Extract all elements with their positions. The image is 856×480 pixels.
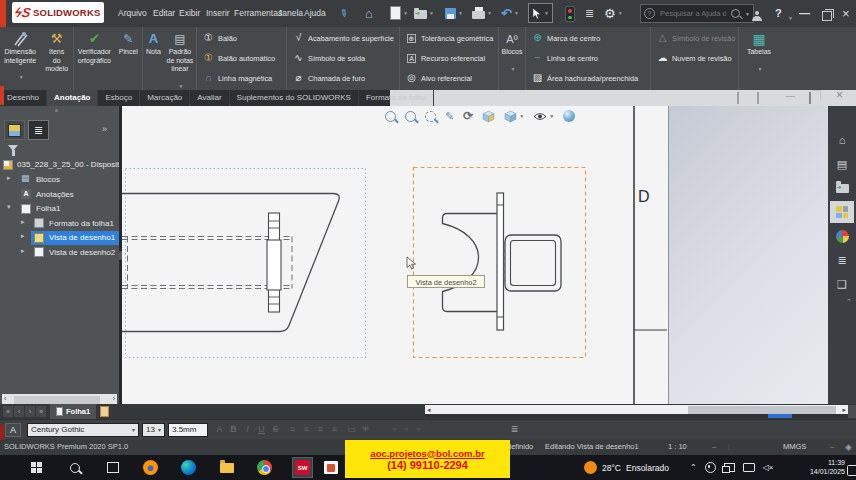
tab-esboco[interactable]: Esboço: [98, 90, 140, 106]
tree-item-formato-da-folha1[interactable]: ▸ Formato da folha1: [0, 217, 119, 231]
weather-widget[interactable]: 28°C Ensolarado: [584, 455, 669, 480]
rebuild-traffic-light-icon[interactable]: [565, 6, 575, 22]
powerpoint-icon[interactable]: [322, 459, 339, 476]
ribbon-revision-cloud[interactable]: ☁Nuvem de revisão: [656, 51, 734, 65]
tab-anotacao[interactable]: Anotação: [47, 90, 98, 106]
pane-next-icon[interactable]: [757, 93, 759, 103]
child-restore-button[interactable]: [809, 93, 811, 103]
bold-button[interactable]: B: [227, 423, 240, 436]
tab-desenho[interactable]: Desenho: [0, 90, 47, 106]
font-color-button[interactable]: A: [213, 423, 226, 436]
ribbon-hatch-area[interactable]: ▨Área hachurada/preenchida: [531, 71, 646, 85]
close-button[interactable]: ×: [842, 5, 850, 21]
tab-suplementos[interactable]: Suplementos do SOLIDWORKS: [230, 90, 359, 106]
pane-previous-icon[interactable]: [737, 93, 739, 103]
tree-item-blocos[interactable]: ▸ ▦ Blocos: [0, 173, 119, 187]
tag-icon[interactable]: ◈: [845, 439, 852, 455]
tab-marcacao[interactable]: Marcação: [140, 90, 190, 106]
firefox-icon[interactable]: [142, 459, 159, 476]
start-button[interactable]: [28, 459, 45, 476]
ribbon-note[interactable]: A Nota: [143, 29, 164, 57]
help-search-box[interactable]: ? ▼: [640, 4, 754, 23]
screen-record-icon[interactable]: [705, 462, 716, 473]
zoom-to-fit-icon[interactable]: [385, 111, 396, 122]
ribbon-smart-dimension[interactable]: Dimensão inteligente ▼: [0, 29, 40, 83]
ribbon-magnetic-line[interactable]: ∩Linha magnética: [202, 71, 282, 85]
panel-grip[interactable]: [55, 109, 58, 112]
collapse-arrow-icon[interactable]: ▾: [7, 203, 11, 211]
search-input[interactable]: [658, 8, 728, 19]
drawing-sheet-canvas[interactable]: [122, 106, 856, 404]
taskpane-appearances-icon[interactable]: [830, 225, 854, 247]
ribbon-auto-balloon[interactable]: ①Balão automático: [202, 51, 282, 65]
tab-formato-da-folha[interactable]: Formato da folha: [359, 90, 434, 106]
font-style-icon[interactable]: A: [5, 423, 21, 437]
rotate-view-icon[interactable]: ⟳: [463, 109, 473, 123]
filter-icon[interactable]: [8, 145, 18, 151]
first-sheet-button[interactable]: «: [3, 406, 13, 417]
network-icon[interactable]: [743, 463, 755, 472]
save-icon[interactable]: ▼: [445, 5, 463, 21]
tray-expand-chevron-icon[interactable]: ⌃: [690, 463, 697, 472]
volume-muted-icon[interactable]: ◁×: [763, 463, 774, 472]
tree-item-anotacoes[interactable]: A Anotações: [0, 188, 119, 202]
link-icon[interactable]: ▭: [345, 423, 358, 436]
scale-dropdown-icon[interactable]: –: [712, 439, 716, 455]
taskpane-file-explorer-icon[interactable]: [830, 177, 854, 199]
ribbon-spell-checker[interactable]: ✔ Verificador ortográfico: [74, 29, 115, 65]
ribbon-centerline[interactable]: ┄Linha de centro: [531, 51, 646, 65]
child-close-button[interactable]: ×: [836, 90, 843, 100]
taskbar-search-icon[interactable]: [66, 459, 83, 476]
symbol-icon[interactable]: ✳: [359, 423, 372, 436]
3d-drawing-view-icon[interactable]: [482, 110, 495, 123]
underline-button[interactable]: U: [255, 423, 268, 436]
search-icon[interactable]: [731, 9, 740, 18]
taskpane-home-icon[interactable]: ⌂: [830, 129, 854, 151]
indent-icon[interactable]: ▫: [412, 423, 425, 436]
edge-icon[interactable]: [180, 459, 197, 476]
scroll-left-icon[interactable]: ◂: [427, 405, 431, 414]
ribbon-model-items[interactable]: ⚒ Itens do modelo: [40, 29, 73, 74]
drawing-viewport[interactable]: D ✎ ⟳ ▼ ▼ Vista de desenho2: [122, 106, 856, 404]
options-list-icon[interactable]: ≣: [585, 5, 594, 21]
zoom-to-selection-icon[interactable]: [425, 111, 436, 122]
print-icon[interactable]: ▼: [472, 5, 492, 21]
scroll-right-icon[interactable]: ›: [113, 395, 115, 402]
expand-arrow-icon[interactable]: ▸: [21, 232, 25, 240]
tree-item-folha1[interactable]: ▾ Folha1: [0, 202, 119, 216]
undo-icon[interactable]: ↶▼: [501, 5, 519, 21]
tree-item-vista-de-desenho1[interactable]: ▸ Vista de desenho1: [0, 231, 119, 245]
open-document-icon[interactable]: ▼: [414, 5, 434, 21]
tab-avaliar[interactable]: Avaliar: [190, 90, 229, 106]
menu-ajuda[interactable]: Ajuda: [300, 0, 330, 27]
view-orientation-icon[interactable]: ▼: [504, 110, 524, 123]
units-setting[interactable]: MMGS: [783, 439, 806, 455]
last-sheet-button[interactable]: »: [36, 406, 46, 417]
menu-arquivo[interactable]: Arquivo: [114, 0, 151, 27]
taskbar-clock[interactable]: 11:39 14/01/2025: [790, 455, 845, 480]
ribbon-balloon[interactable]: ①Balão: [202, 31, 282, 45]
taskpane-design-library-icon[interactable]: [830, 201, 854, 223]
sheet-tab-folha1[interactable]: Folha1: [50, 404, 96, 419]
user-login-icon[interactable]: [752, 8, 762, 24]
solidworks-taskbar-icon[interactable]: SW: [292, 457, 313, 478]
ribbon-hole-callout[interactable]: ⌀Chamada de furo: [292, 71, 395, 85]
new-document-icon[interactable]: ▼: [390, 5, 408, 21]
minimize-button[interactable]: —: [799, 5, 810, 21]
scrollbar-thumb[interactable]: [14, 396, 100, 404]
next-sheet-button[interactable]: ›: [25, 406, 35, 417]
cast-icon[interactable]: [724, 463, 735, 472]
section-tool-icon[interactable]: ✎: [445, 110, 454, 123]
italic-button[interactable]: I: [241, 423, 254, 436]
align-center-icon[interactable]: ≡: [300, 423, 313, 436]
ribbon-linear-note-pattern[interactable]: ▤ Padrão de notas linear ▼: [164, 29, 196, 92]
text-height-field[interactable]: 3.5mm: [168, 423, 208, 437]
font-size-select[interactable]: 13▾: [142, 423, 165, 437]
chrome-icon[interactable]: [256, 459, 273, 476]
appearance-sphere-icon[interactable]: [563, 110, 575, 122]
chevron-up-icon[interactable]: ⌃: [846, 298, 852, 306]
justify-icon[interactable]: ≡: [328, 423, 341, 436]
view1-border[interactable]: [126, 169, 366, 358]
settings-gear-icon[interactable]: ⚙▼: [604, 5, 623, 21]
scroll-left-icon[interactable]: ‹: [4, 395, 6, 402]
